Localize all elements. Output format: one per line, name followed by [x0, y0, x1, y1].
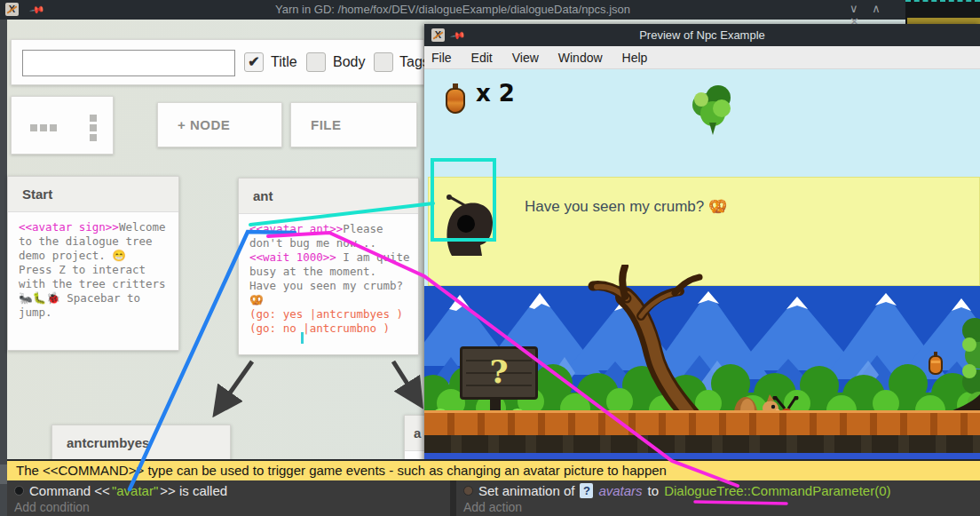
grid-dots-column-icon — [90, 115, 97, 141]
sign-question-mark: ? — [462, 353, 535, 390]
condition-icon — [14, 486, 24, 496]
screenshot-root: X 📌 Yarn in GD: /home/fox/DEV/dialogueEx… — [0, 0, 980, 516]
ant-avatar — [443, 194, 498, 261]
yarn-window-left-border — [0, 20, 7, 516]
water-layer — [424, 453, 980, 459]
preview-titlebar: X 📌 Preview of Npc Example — [424, 24, 980, 46]
menu-edit[interactable]: Edit — [471, 51, 493, 65]
rock-layer — [424, 435, 980, 453]
bush-sprite — [686, 82, 736, 137]
node-start[interactable]: Start <<avatar sign>>Welcome to the dial… — [7, 176, 179, 351]
menu-window[interactable]: Window — [558, 51, 603, 65]
background-window-peek — [905, 0, 980, 24]
file-button[interactable]: FILE — [290, 102, 417, 147]
condition-row[interactable]: Command <<"avatar">> is called — [14, 483, 227, 498]
add-action-link[interactable]: Add action — [463, 500, 522, 514]
goto-text: (go: no |antcrumbno ) — [249, 322, 390, 335]
command-text: <<wait 1000>> — [249, 250, 336, 264]
command-text: <<avatar ant>> — [249, 222, 343, 235]
object-unknown-icon: ? — [580, 483, 593, 498]
checkbox-title-check-icon: ✔ — [248, 54, 259, 69]
search-panel: ✔ Title Body Tags — [11, 39, 424, 85]
action-object: avatars — [598, 483, 642, 498]
add-condition-link[interactable]: Add condition — [14, 500, 90, 514]
question-sign: ? — [460, 346, 538, 400]
condition-suffix: >> is called — [160, 483, 227, 498]
dialogue-text: Welcome to the dialogue tree demo projec… — [19, 220, 172, 319]
action-prefix: Set animation of — [478, 483, 574, 498]
action-panel[interactable]: Set animation of ? avatars to DialogueTr… — [456, 480, 980, 516]
condition-prefix: Command << — [29, 483, 110, 498]
command-text: <<avatar sign>> — [19, 220, 119, 234]
action-icon — [463, 486, 473, 496]
text-cursor — [301, 332, 304, 344]
preview-menubar: File Edit View Window Help — [424, 46, 980, 69]
condition-panel[interactable]: Command <<"avatar">> is called Add condi… — [7, 480, 450, 516]
checkbox-body-label: Body — [333, 54, 365, 70]
tooltip-bar: The <<COMMAND>> type can be used to trig… — [7, 459, 980, 480]
yarn-titlebar: X 📌 Yarn in GD: /home/fox/DEV/dialogueEx… — [0, 0, 905, 20]
hanging-acorn-sprite — [927, 352, 944, 378]
acorn-item-icon — [446, 83, 465, 114]
grid-dots-row-icon — [30, 124, 57, 131]
preview-window-title: Preview of Npc Example — [424, 28, 980, 42]
checkbox-tags[interactable] — [374, 52, 393, 72]
action-value: DialogueTree::CommandParameter(0) — [664, 483, 890, 498]
layout-grid-card[interactable] — [11, 96, 114, 155]
yarn-window-title: Yarn in GD: /home/fox/DEV/dialogueExampl… — [0, 3, 905, 16]
node-ant[interactable]: ant <<avatar ant>>Please don't bug me no… — [238, 178, 419, 355]
node-start-title: Start — [8, 177, 178, 212]
menu-view[interactable]: View — [512, 51, 539, 65]
goto-text: (go: yes |antcrumbyes ) — [249, 307, 403, 321]
minimize-button[interactable]: ∨ — [850, 2, 858, 15]
add-node-button[interactable]: + NODE — [157, 102, 282, 147]
background-window-strip — [907, 18, 980, 24]
node-ant-body: <<avatar ant>>Please don't bug me now...… — [239, 214, 418, 336]
checkbox-title-label: Title — [271, 54, 297, 70]
maximize-button[interactable]: ∧ — [872, 2, 881, 15]
checkbox-body[interactable] — [306, 52, 326, 72]
menu-file[interactable]: File — [431, 51, 452, 65]
menu-help[interactable]: Help — [622, 51, 648, 65]
item-counter: x 2 — [476, 80, 515, 107]
checkbox-title[interactable]: ✔ — [244, 52, 264, 72]
dialogue-text: Have you seen my crumb? 🥨 — [525, 197, 727, 216]
bottom-left-border — [0, 459, 7, 516]
node-start-body: <<avatar sign>>Welcome to the dialogue t… — [8, 212, 178, 320]
ground-terrain — [424, 410, 980, 435]
action-row[interactable]: Set animation of ? avatars to DialogueTr… — [463, 483, 891, 498]
condition-value: "avatar" — [112, 483, 158, 498]
search-input[interactable] — [22, 50, 235, 76]
node-ant-title: ant — [239, 179, 418, 214]
action-connector: to — [648, 483, 660, 498]
node-antcrumbyes-title: antcrumbyes — [52, 425, 230, 461]
